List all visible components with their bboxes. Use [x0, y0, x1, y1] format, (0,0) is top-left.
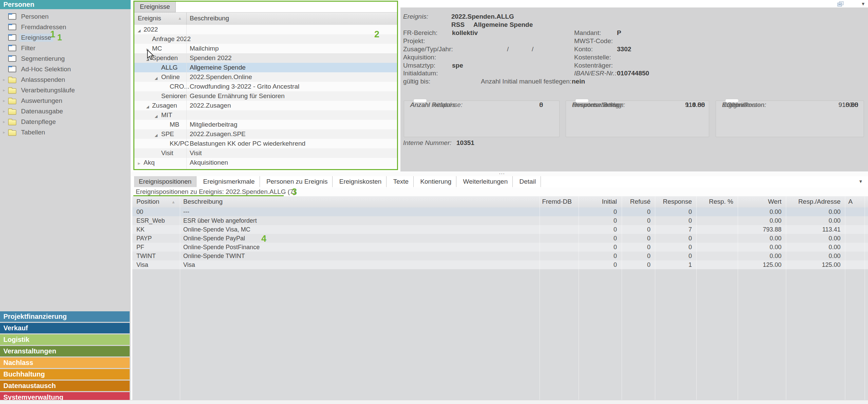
- tree-row[interactable]: Zusagen 2022.Zusagen: [134, 101, 397, 110]
- tree-row[interactable]: Visit Visit: [134, 148, 397, 158]
- chevron-right-icon[interactable]: ▸: [0, 77, 8, 82]
- folder-icon: [8, 88, 16, 94]
- column-refuse[interactable]: Refusé: [623, 198, 650, 205]
- detail-tab[interactable]: Ereigniskosten: [335, 176, 387, 187]
- cell-position: 00: [136, 208, 143, 216]
- table-row[interactable]: TWINT Online-Spende TWINT 0 0 0 0.00 0.0…: [132, 252, 868, 260]
- tree-column-ereignis[interactable]: Ereignis: [138, 15, 161, 22]
- cell-wert: 0.00: [739, 217, 781, 224]
- tree-row[interactable]: SPE 2022.Zusagen.SPE: [134, 129, 397, 139]
- table-row[interactable]: Visa Visa 0 0 1 125.00 125.00: [132, 260, 868, 269]
- chevron-right-icon[interactable]: ▸: [0, 109, 8, 114]
- status-strip: Ereignispositionen zu Ereignis: 2022.Spe…: [131, 187, 868, 196]
- tree-row[interactable]: ALLG Allgemeine Spende: [134, 63, 397, 72]
- tree-expander-icon[interactable]: [136, 159, 142, 167]
- sidebar-item[interactable]: ▸ Verarbeitungsläufe: [0, 85, 131, 95]
- sidebar-section-bar[interactable]: Verkauf: [0, 323, 130, 333]
- horizontal-splitter[interactable]: ⋯: [131, 171, 868, 176]
- cell-response: 1: [657, 261, 692, 269]
- detail-tab[interactable]: Texte: [389, 176, 414, 187]
- kostenstelle-label: Kostenstelle:: [574, 54, 611, 61]
- iban-esr-label: IBAN/ESR-Nr.:: [574, 70, 617, 77]
- chevron-right-icon[interactable]: ▸: [0, 119, 8, 124]
- tree-row[interactable]: Spenden Spenden 2022: [134, 53, 397, 63]
- column-position[interactable]: Position: [136, 198, 159, 205]
- tab-ereignisse[interactable]: Ereignisse: [134, 2, 176, 12]
- sidebar-item[interactable]: ▸ Auswertungen: [0, 95, 131, 106]
- column-resp-pct[interactable]: Resp. %: [698, 198, 733, 205]
- sidebar-item[interactable]: ▸ Datenausgabe: [0, 106, 131, 116]
- sidebar-section-bar[interactable]: Projektfinanzierung: [0, 311, 130, 322]
- column-fremd-db[interactable]: Fremd-DB: [541, 198, 572, 205]
- cell-position: ESR_Web: [136, 217, 165, 224]
- column-divider: [579, 196, 579, 400]
- sidebar-item[interactable]: ▸ Filter: [0, 43, 131, 53]
- detail-tab[interactable]: Weiterleitungen: [458, 176, 513, 187]
- table-row[interactable]: PF Online-Spende PostFinance 0 0 0 0.00 …: [132, 243, 868, 252]
- sidebar-items: ▸ Personen ▸ Fremdadressen ▸: [0, 11, 131, 137]
- sidebar-section-bar[interactable]: Buchhaltung: [0, 369, 130, 380]
- table-row[interactable]: PAYP Online-Spende PayPal 0 0 0 0.00 0.0…: [132, 234, 868, 243]
- sidebar-item[interactable]: ▸ Datenpflege: [0, 116, 131, 127]
- tree-row[interactable]: Anfrage 2022: [134, 34, 397, 44]
- table-row[interactable]: ESR_Web ESR über Web angefordert 0 0 0 0…: [132, 216, 868, 225]
- column-divider: [622, 196, 622, 400]
- tree-row[interactable]: KK/PC Belastungen KK oder PC wiederkehre…: [134, 139, 397, 148]
- detail-tab[interactable]: Ereignismerkmale: [199, 176, 260, 187]
- column-initial[interactable]: Initial: [580, 198, 617, 205]
- tree-column-beschreibung[interactable]: Beschreibung: [190, 15, 229, 22]
- tree-expander-icon[interactable]: [145, 102, 151, 110]
- detail-tab[interactable]: Detail: [515, 176, 541, 187]
- tree-expander-icon[interactable]: [153, 131, 159, 138]
- detail-tab[interactable]: Personen zu Ereignis: [262, 176, 333, 187]
- chevron-down-icon[interactable]: ▼: [858, 179, 864, 184]
- tree-row[interactable]: MB Mitgliederbeitrag: [134, 120, 397, 129]
- tree-expander-icon[interactable]: [136, 26, 142, 34]
- tree-row[interactable]: Senioren Gesunde Ernährung für Senioren: [134, 91, 397, 101]
- tree-row[interactable]: Online 2022.Spenden.Online: [134, 72, 397, 82]
- chevron-right-icon[interactable]: ▸: [0, 98, 8, 103]
- column-response[interactable]: Response: [657, 198, 692, 205]
- chevron-right-icon[interactable]: ▸: [0, 88, 8, 93]
- chevron-down-icon[interactable]: ▼: [861, 1, 865, 6]
- column-wert[interactable]: Wert: [739, 198, 781, 205]
- tree-expander-icon[interactable]: [153, 74, 159, 81]
- interne-nummer-label: Interne Nummer:: [403, 139, 452, 147]
- sidebar-item[interactable]: ▸ Fremdadressen: [0, 22, 131, 32]
- sidebar-item[interactable]: ▸ Segmentierung: [0, 53, 131, 64]
- sidebar-section-bar[interactable]: Veranstaltungen: [0, 346, 130, 356]
- tree-row[interactable]: 2022: [134, 25, 397, 34]
- table-row[interactable]: KK Online-Spende Visa, MC 0 0 7 793.88 1…: [132, 225, 868, 234]
- tree-row-name: MB: [170, 121, 180, 128]
- tree-expander-icon[interactable]: [153, 112, 159, 119]
- detail-tabbar: Ereignispositionen Ereignismerkmale Pers…: [134, 176, 868, 188]
- column-beschreibung[interactable]: Beschreibung: [183, 198, 223, 205]
- sidebar-item[interactable]: ▸ Ad-Hoc Selektion: [0, 64, 131, 74]
- sidebar-item[interactable]: ▸ Ereignisse 1: [0, 32, 131, 43]
- tree-row[interactable]: MIT: [134, 110, 397, 120]
- tree-row[interactable]: MC Mailchimp: [134, 44, 397, 53]
- sidebar-item[interactable]: ▸ Tabellen: [0, 127, 131, 137]
- sidebar-section-bar[interactable]: Logistik: [0, 334, 130, 345]
- cell-beschreibung: Online-Spende PostFinance: [183, 244, 260, 251]
- sidebar-item[interactable]: ▸ Personen: [0, 11, 131, 22]
- sort-asc-icon[interactable]: ▲: [171, 200, 175, 204]
- sidebar-section-bar[interactable]: Nachlass: [0, 357, 130, 368]
- tree-row[interactable]: CRO... Crowdfunding 3-2022 - Grito Ances…: [134, 82, 397, 91]
- window-panes-icon[interactable]: [837, 1, 844, 7]
- projekt-label: Projekt:: [403, 37, 425, 45]
- detail-tab[interactable]: Ereignispositionen: [134, 176, 196, 187]
- column-resp-adresse[interactable]: Resp./Adresse: [788, 198, 841, 205]
- sidebar-section-bar[interactable]: Datenaustausch: [0, 381, 130, 391]
- table-row[interactable]: 00 --- 0 0 0 0.00 0.00: [132, 207, 868, 216]
- chevron-right-icon[interactable]: ▸: [0, 130, 8, 135]
- detail-tab[interactable]: Kontierung: [415, 176, 456, 187]
- column-a[interactable]: A: [848, 198, 853, 205]
- sidebar-item[interactable]: ▸ Anlassspenden: [0, 74, 131, 85]
- sidebar-item-label: Auswertungen: [21, 97, 62, 105]
- cell-initial: 0: [580, 226, 617, 233]
- tree-row[interactable]: Akq Akquisitionen: [134, 158, 397, 167]
- cell-initial: 0: [580, 261, 617, 269]
- sort-asc-icon[interactable]: ▲: [178, 16, 182, 21]
- cell-resp-adresse: 0.00: [788, 253, 841, 260]
